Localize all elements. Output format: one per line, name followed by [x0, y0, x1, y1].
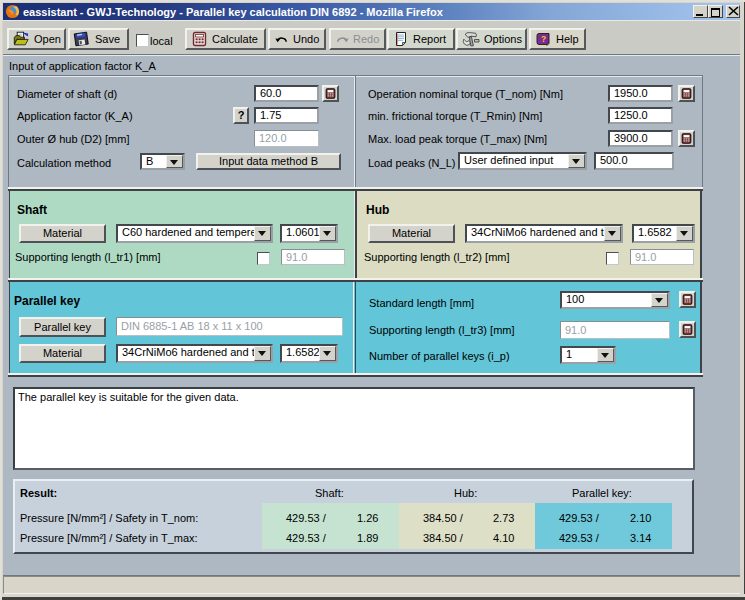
svg-text:?: ?: [541, 33, 546, 43]
